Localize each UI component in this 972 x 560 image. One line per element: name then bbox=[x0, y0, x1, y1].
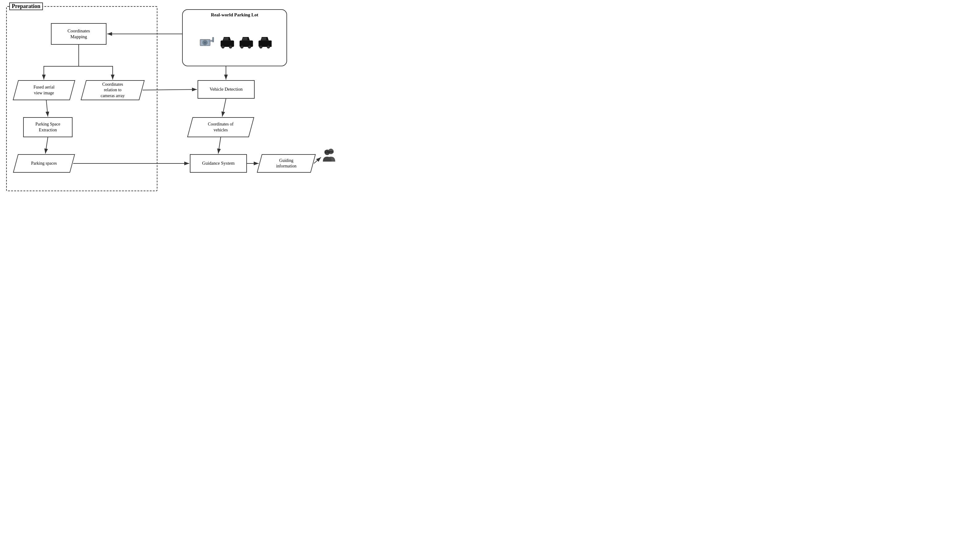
parking-lot-title: Real-world Parking Lot bbox=[211, 12, 258, 18]
svg-point-14 bbox=[259, 45, 262, 48]
svg-rect-8 bbox=[223, 38, 228, 40]
svg-rect-4 bbox=[212, 37, 214, 42]
guiding-information-box: Guiding information bbox=[259, 154, 313, 173]
svg-point-11 bbox=[248, 45, 251, 48]
coords-vehicles-box: Coordinates of vehicles bbox=[190, 117, 252, 137]
diagram-container: Preparation Real-world Parking Lot bbox=[6, 6, 333, 197]
svg-rect-16 bbox=[261, 38, 266, 40]
parking-space-extraction-box: Parking Space Extraction bbox=[23, 117, 72, 137]
users-group: Users bbox=[321, 148, 337, 162]
svg-point-10 bbox=[241, 45, 243, 48]
guidance-system-box: Guidance System bbox=[190, 154, 247, 173]
preparation-label: Preparation bbox=[9, 2, 43, 10]
svg-rect-12 bbox=[242, 38, 248, 40]
fused-aerial-box: Fused aerial view image bbox=[15, 80, 72, 100]
cars-icon bbox=[219, 33, 272, 50]
coordinates-mapping-box: Coordinates Mapping bbox=[51, 23, 107, 45]
svg-point-7 bbox=[229, 45, 232, 48]
svg-point-6 bbox=[222, 45, 224, 48]
camera-icon bbox=[197, 36, 216, 48]
coords-relation-box: Coordinates relation to cameras array bbox=[83, 80, 142, 100]
users-label: Users bbox=[325, 149, 334, 154]
svg-point-15 bbox=[267, 45, 270, 48]
vehicle-detection-box: Vehicle Detection bbox=[197, 80, 255, 99]
parking-lot-content bbox=[197, 33, 272, 50]
parking-lot-box: Real-world Parking Lot bbox=[182, 9, 287, 66]
svg-point-2 bbox=[204, 41, 206, 44]
svg-line-26 bbox=[218, 137, 221, 153]
svg-line-29 bbox=[314, 157, 321, 163]
svg-line-25 bbox=[222, 99, 226, 117]
parking-spaces-box: Parking spaces bbox=[15, 154, 72, 173]
